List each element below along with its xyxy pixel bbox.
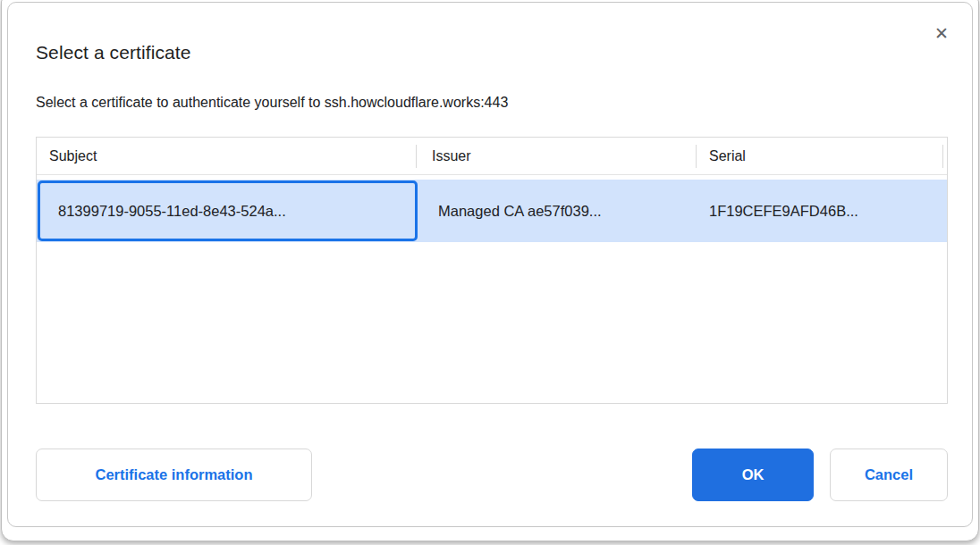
table-row[interactable]: 81399719-9055-11ed-8e43-524a... Managed … (37, 180, 947, 242)
column-divider (416, 145, 417, 168)
dialog-title: Select a certificate (36, 42, 191, 63)
column-header-subject[interactable]: Subject (49, 138, 97, 174)
column-header-issuer[interactable]: Issuer (432, 138, 471, 174)
certificate-table: Subject Issuer Serial 81399719-9055-11ed… (36, 137, 948, 404)
cancel-button[interactable]: Cancel (830, 449, 948, 501)
certificate-information-button[interactable]: Certificate information (36, 449, 312, 501)
select-certificate-dialog: ✕ Select a certificate Select a certific… (7, 2, 973, 527)
cell-serial: 1F19CEFE9AFD46B... (709, 180, 858, 242)
close-icon[interactable]: ✕ (929, 21, 954, 46)
column-divider (942, 145, 943, 168)
screen: ✕ Select a certificate Select a certific… (0, 0, 980, 545)
cell-subject: 81399719-9055-11ed-8e43-524a... (58, 180, 286, 242)
ok-button[interactable]: OK (692, 449, 814, 501)
dialog-subtitle: Select a certificate to authenticate you… (36, 95, 508, 111)
column-header-serial[interactable]: Serial (709, 138, 746, 174)
table-header: Subject Issuer Serial (37, 138, 947, 175)
column-divider (696, 145, 697, 168)
cell-issuer: Managed CA ae57f039... (438, 180, 602, 242)
browser-window-fragment: ✕ Select a certificate Select a certific… (1, 0, 979, 541)
